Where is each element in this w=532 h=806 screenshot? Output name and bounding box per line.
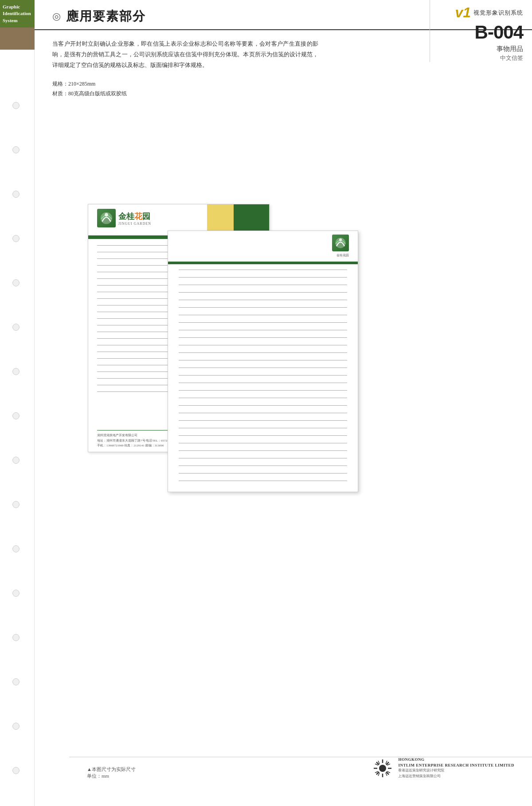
hole-punch [12,368,20,375]
lh-front-line [179,428,347,428]
institute-name-cn2: 上海远近营销策划有限公司 [398,774,514,779]
lh-front-line [179,473,347,473]
lh-front-line [179,368,347,368]
hole-punch [12,501,20,508]
description-text: 当客户开封时立刻确认企业形象，即在信笺上表示企业标志和公司名称等要素，会对客户产… [52,39,318,70]
svg-point-1 [105,213,108,217]
institute-name-en1: HONGKONG [398,757,514,763]
svg-point-3 [339,239,342,241]
lh-front-line [179,458,347,458]
section-indicator: ◎ 應用要素部分 [52,8,146,25]
lh-front-logo-area: 金桂花园 [332,235,349,258]
lh-front-line [179,481,347,481]
sun-logo-icon [372,757,394,779]
v1-brand: v1 视觉形象识别系统 [434,4,523,21]
institute-logo: HONGKONG INTLIM ENTERPRISE RESEARCH INST… [372,757,514,779]
logo-line2: Identification [3,11,31,16]
lh-front-line [179,345,347,345]
lh-front-line [179,375,347,376]
spec-material: 材质：80克高级白版纸或双胶纸 [52,89,514,99]
note-left: ▲本图尺寸为实际尺寸 单位：mm [87,766,136,779]
note-actual-size: ▲本图尺寸为实际尺寸 [87,766,136,773]
brand-subtitle: 视觉形象识别系统 [473,9,523,17]
lh-back-company-sub: JINGUI GARDEN [118,222,151,226]
hole-punch [12,279,20,286]
lh-front-line [179,330,347,330]
hole-punch [12,235,20,242]
vertical-divider [430,0,430,62]
lh-front-logo-box [332,235,349,251]
lh-front-line [179,307,347,308]
lh-front-line [179,390,347,391]
hole-punch [12,457,20,464]
institute-text: HONGKONG INTLIM ENTERPRISE RESEARCH INST… [398,757,514,779]
sidebar-brown-block [0,27,35,50]
hole-punch [12,146,20,153]
hole-punch [12,191,20,198]
main-content: ◎ 應用要素部分 v1 视觉形象识别系统 B-004 事物用品 中文信签 当客户… [35,0,532,806]
section-title: 應用要素部分 [66,8,146,25]
hole-punch [12,723,20,730]
bottom-notes: ▲本图尺寸为实际尺寸 单位：mm [69,757,532,779]
lh-front-line [179,270,347,270]
lh-front-line [179,413,347,413]
hole-punch [12,412,20,419]
logo-line1: Graphic [3,4,20,9]
lh-front-line [179,383,347,383]
circle-icon: ◎ [52,11,61,22]
sidebar-logo: Graphic Identification System [0,0,35,27]
note-right: HONGKONG INTLIM ENTERPRISE RESEARCH INST… [372,757,514,779]
institute-name-en2: INTLIM ENTERPRISE RESEARCH INSTITUTE LIM… [398,763,514,768]
lh-back-company-name: 金桂花园 [118,211,151,222]
hole-punch [12,590,20,597]
lh-front-line [179,443,347,443]
lh-front-line [179,322,347,323]
item-name: 中文信签 [434,54,523,62]
hole-punch [12,767,20,774]
top-right-brand: v1 视觉形象识别系统 B-004 事物用品 中文信签 [426,0,532,67]
lh-front-line [179,450,347,451]
lh-back-logo-area: 金桂花园 JINGUI GARDEN [97,209,151,227]
lh-front-line [179,285,347,285]
lh-front-header: 金桂花园 [168,231,358,264]
specs-area: 规格：210×285mm 材质：80克高级白版纸或双胶纸 [35,75,532,103]
lh-back-logo-box [97,209,116,227]
lh-front-line [179,435,347,436]
lh-front-company-sub: 金桂花园 [332,253,349,258]
lh-front-line [179,420,347,421]
hole-punch [12,545,20,552]
lh-back-company-info: 金桂花园 JINGUI GARDEN [118,211,151,226]
lh-front-line [179,398,347,398]
lh-front-line [179,292,347,293]
b-code: B-004 [434,22,523,43]
hole-punch [12,102,20,109]
lh-front-line [179,360,347,360]
lh-front-line [179,466,347,466]
note-unit: 单位：mm [87,773,136,779]
v1-logo: v1 [455,4,471,21]
lh-front-line [179,405,347,406]
lh-front-lines-area [168,264,358,493]
hole-punch [12,324,20,331]
description-area: 当客户开封时立刻确认企业形象，即在信笺上表示企业标志和公司名称等要素，会对客户产… [35,30,336,75]
letterhead-container: 金桂花园 JINGUI GARDEN [88,204,469,550]
lh-front-line [179,337,347,338]
lh-front-line [179,300,347,300]
spec-size: 规格：210×285mm [52,79,514,89]
hole-punch [12,678,20,685]
logo-line3: System [3,18,18,23]
svg-point-4 [379,765,386,772]
institute-name-cn1: 香港远近策划研究设计研究院 [398,768,514,774]
lh-front-line [179,352,347,353]
letterhead-front: 金桂花园 [168,231,358,492]
category-label: 事物用品 [434,45,523,53]
lh-front-line [179,315,347,315]
hole-punch [12,634,20,641]
lh-front-line [179,277,347,278]
